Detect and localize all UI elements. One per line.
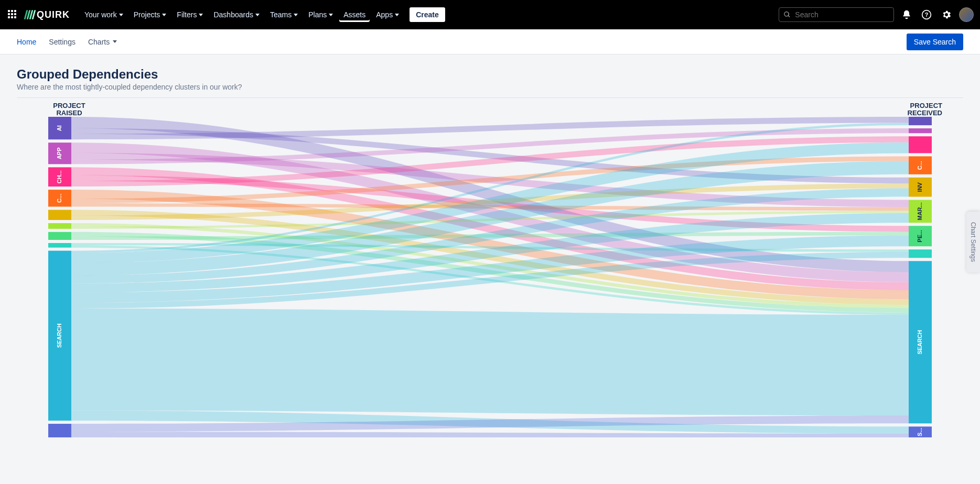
search-icon xyxy=(783,10,791,19)
chevron-down-icon xyxy=(294,14,298,16)
search-input[interactable] xyxy=(794,10,889,19)
global-nav: QUIRK Your work Projects Filters Dashboa… xyxy=(0,0,980,29)
subnav-charts[interactable]: Charts xyxy=(88,38,117,46)
brand-name: QUIRK xyxy=(37,9,70,20)
chevron-down-icon xyxy=(329,14,333,16)
sankey-chart: PROJECTRAISED PROJECTRECEIVED AIAPPCH...… xyxy=(17,102,963,437)
sankey-node-label: C... xyxy=(917,161,923,170)
sankey-node-INV[interactable] xyxy=(48,210,71,220)
chevron-down-icon xyxy=(119,14,123,16)
axis-label-left: PROJECTRAISED xyxy=(38,102,101,117)
sankey-node-X1[interactable] xyxy=(48,243,71,248)
logo-bars-icon xyxy=(25,10,35,19)
sankey-node-label: CH... xyxy=(56,170,62,183)
app-switcher-icon[interactable] xyxy=(6,8,19,21)
nav-apps[interactable]: Apps xyxy=(372,7,403,22)
sankey-node-label: APP xyxy=(56,147,62,159)
settings-icon[interactable] xyxy=(939,7,954,22)
sankey-node-rCH[interactable] xyxy=(909,136,932,153)
sankey-node-label: INV xyxy=(917,182,923,192)
page-content: Grouped Dependencies Where are the most … xyxy=(0,54,980,450)
chevron-down-icon xyxy=(162,14,166,16)
global-search[interactable] xyxy=(779,7,894,22)
nav-projects[interactable]: Projects xyxy=(130,7,171,22)
chevron-down-icon xyxy=(255,14,260,16)
svg-text:?: ? xyxy=(925,12,929,18)
primary-nav: Your work Projects Filters Dashboards Te… xyxy=(80,7,445,22)
sankey-node-S2[interactable] xyxy=(48,424,71,437)
notifications-icon[interactable] xyxy=(899,7,914,22)
chart-settings-tab[interactable]: Chart Settings xyxy=(966,212,980,272)
sankey-node-label: AI xyxy=(56,125,62,131)
divider xyxy=(17,97,963,98)
nav-assets[interactable]: Assets xyxy=(339,7,370,22)
chevron-down-icon xyxy=(199,14,203,16)
chevron-down-icon xyxy=(113,40,117,43)
nav-teams[interactable]: Teams xyxy=(266,7,302,22)
nav-your-work[interactable]: Your work xyxy=(80,7,127,22)
chevron-down-icon xyxy=(395,14,399,16)
app-subnav: Home Settings Charts Save Search xyxy=(0,29,980,54)
sankey-node-label: S... xyxy=(917,427,923,436)
sankey-node-label: PE... xyxy=(917,230,923,243)
sankey-node-rAPP[interactable] xyxy=(909,128,932,133)
save-search-button[interactable]: Save Search xyxy=(907,34,963,50)
subnav-home[interactable]: Home xyxy=(17,38,36,46)
user-avatar[interactable] xyxy=(959,7,974,22)
sankey-node-label: C... xyxy=(56,194,62,203)
sankey-node-label: SEARCH xyxy=(56,324,62,348)
sankey-node-rAI[interactable] xyxy=(909,117,932,125)
help-icon[interactable]: ? xyxy=(919,7,934,22)
product-logo[interactable]: QUIRK xyxy=(25,9,70,20)
sankey-node-label: MAR... xyxy=(917,202,923,220)
sankey-link[interactable] xyxy=(71,309,909,415)
sankey-node-rX1[interactable] xyxy=(909,249,932,258)
page-title: Grouped Dependencies xyxy=(17,67,963,82)
nav-filters[interactable]: Filters xyxy=(173,7,207,22)
sankey-node-MAR[interactable] xyxy=(48,223,71,229)
sankey-node-label: SEARCH xyxy=(917,330,923,355)
nav-plans[interactable]: Plans xyxy=(304,7,337,22)
sankey-node-PE[interactable] xyxy=(48,232,71,240)
axis-label-right: PROJECTRECEIVED xyxy=(879,102,942,117)
subnav-settings[interactable]: Settings xyxy=(49,38,76,46)
create-button[interactable]: Create xyxy=(410,7,445,22)
nav-dashboards[interactable]: Dashboards xyxy=(209,7,264,22)
page-subtitle: Where are the most tightly-coupled depen… xyxy=(17,83,963,91)
